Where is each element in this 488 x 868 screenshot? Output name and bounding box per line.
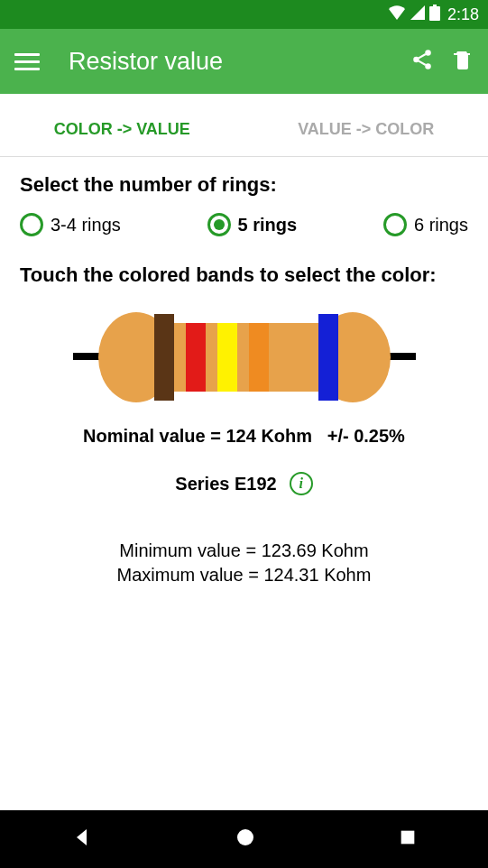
trash-icon[interactable] [452, 48, 474, 75]
ring-option-label: 5 rings [238, 215, 298, 235]
tab-bar: COLOR -> VALUE VALUE -> COLOR [0, 103, 488, 157]
share-icon[interactable] [410, 48, 434, 75]
svg-point-9 [237, 829, 253, 845]
nominal-label: Nominal value = [83, 426, 226, 446]
radio-icon [383, 213, 407, 236]
band-1[interactable] [154, 314, 174, 401]
app-title: Resistor value [69, 48, 392, 76]
ring-option-label: 6 rings [414, 215, 468, 235]
tolerance-value: +/- 0.25% [327, 426, 405, 446]
app-bar: Resistor value [0, 29, 488, 94]
tab-color-to-value[interactable]: COLOR -> VALUE [0, 103, 244, 156]
tab-label: VALUE -> COLOR [298, 120, 434, 139]
ring-options: 3-4 rings 5 rings 6 rings [20, 213, 468, 236]
status-bar: 2:18 [0, 0, 488, 29]
recents-button[interactable] [398, 827, 418, 851]
series-row: Series E192 i [20, 472, 468, 495]
ring-option-label: 3-4 rings [51, 215, 121, 235]
svg-rect-1 [433, 5, 437, 7]
status-time: 2:18 [447, 5, 479, 24]
band-2[interactable] [186, 323, 206, 392]
series-label: Series E192 [175, 474, 276, 494]
home-button[interactable] [235, 826, 256, 852]
band-5[interactable] [318, 314, 338, 401]
svg-point-3 [413, 57, 419, 63]
svg-point-4 [425, 63, 431, 69]
tab-value-to-color[interactable]: VALUE -> COLOR [244, 103, 489, 156]
ring-option-3-4[interactable]: 3-4 rings [20, 213, 121, 236]
wifi-icon [388, 5, 406, 24]
bands-prompt: Touch the colored bands to select the co… [20, 263, 468, 287]
tab-label: COLOR -> VALUE [54, 120, 190, 139]
ring-option-5[interactable]: 5 rings [207, 213, 298, 236]
android-nav-bar [0, 810, 488, 868]
battery-icon [429, 5, 440, 25]
radio-icon [20, 213, 43, 236]
back-button[interactable] [71, 826, 93, 852]
band-3[interactable] [217, 323, 237, 392]
signal-icon [410, 5, 426, 24]
min-value: 123.69 Kohm [262, 540, 369, 560]
svg-rect-0 [429, 6, 440, 21]
ring-option-6[interactable]: 6 rings [383, 213, 468, 236]
svg-rect-10 [401, 831, 414, 845]
resistor-graphic [20, 303, 468, 411]
main-content: Select the number of rings: 3-4 rings 5 … [0, 157, 488, 604]
nominal-value-row: Nominal value = 124 Kohm +/- 0.25% [20, 426, 468, 447]
band-4[interactable] [249, 323, 269, 392]
info-icon[interactable]: i [290, 472, 313, 495]
min-label: Minimum value = [119, 540, 261, 560]
rings-prompt: Select the number of rings: [20, 173, 468, 197]
radio-icon [207, 213, 231, 236]
menu-icon[interactable] [14, 49, 40, 74]
max-value: 124.31 Kohm [263, 565, 371, 585]
svg-point-2 [425, 50, 431, 56]
nominal-value: 124 Kohm [226, 426, 312, 446]
max-label: Maximum value = [117, 565, 264, 585]
min-max-values: Minimum value = 123.69 Kohm Maximum valu… [20, 539, 468, 587]
